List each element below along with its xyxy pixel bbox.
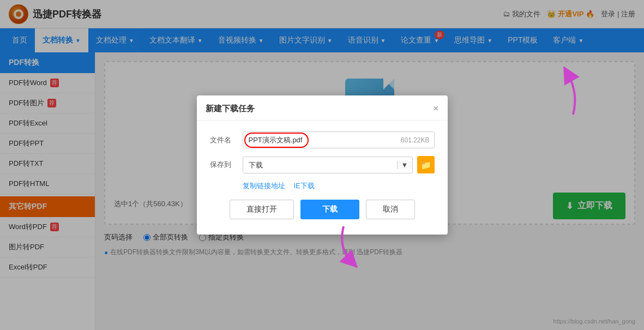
saveto-select[interactable]: 下载	[243, 157, 397, 173]
saveto-row: 保存到 下载 ▼ 📁	[210, 156, 435, 173]
copy-link-btn[interactable]: 复制链接地址	[243, 181, 285, 191]
folder-browse-btn[interactable]: 📁	[417, 156, 435, 173]
filename-row: 文件名 601.22KB	[210, 131, 435, 148]
saveto-label: 保存到	[210, 160, 243, 170]
dialog-close-btn[interactable]: ×	[433, 103, 439, 115]
file-size: 601.22KB	[401, 136, 434, 144]
filename-label: 文件名	[210, 135, 243, 145]
cancel-btn[interactable]: 取消	[366, 200, 415, 219]
dialog-footer: 直接打开 下载 取消	[210, 200, 435, 224]
direct-open-btn[interactable]: 直接打开	[230, 200, 294, 219]
ie-download-btn[interactable]: IE下载	[294, 181, 315, 191]
download-btn[interactable]: 下载	[300, 200, 359, 219]
arrow-to-download	[327, 221, 371, 270]
dialog-overlay[interactable]: 新建下载任务 × 文件名 601.22KB 保存到 下载	[0, 0, 644, 330]
dialog-links: 复制链接地址 IE下载	[210, 181, 435, 191]
filename-input[interactable]	[243, 132, 401, 148]
download-dialog: 新建下载任务 × 文件名 601.22KB 保存到 下载	[197, 95, 448, 235]
dialog-header: 新建下载任务 ×	[197, 95, 448, 121]
arrow-to-convert	[557, 65, 589, 122]
dialog-body: 文件名 601.22KB 保存到 下载 ▼ 📁	[197, 121, 448, 235]
select-arrow-icon: ▼	[397, 161, 412, 169]
saveto-select-wrap: 下载 ▼	[243, 157, 413, 173]
filename-input-wrap: 601.22KB	[243, 131, 435, 148]
dialog-title: 新建下载任务	[206, 104, 255, 114]
